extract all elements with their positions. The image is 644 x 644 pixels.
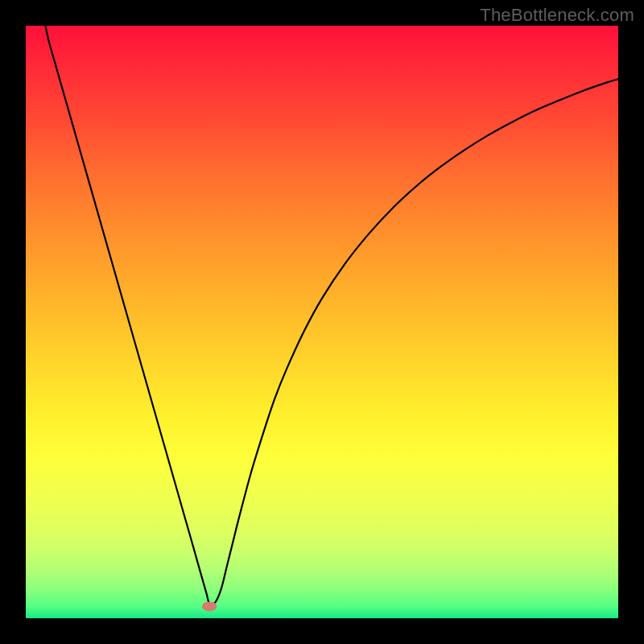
watermark-text: TheBottleneck.com xyxy=(480,5,634,26)
minimum-marker xyxy=(202,601,217,611)
plot-area xyxy=(26,26,618,618)
bottleneck-curve xyxy=(26,26,618,618)
chart-frame: TheBottleneck.com xyxy=(0,0,644,644)
